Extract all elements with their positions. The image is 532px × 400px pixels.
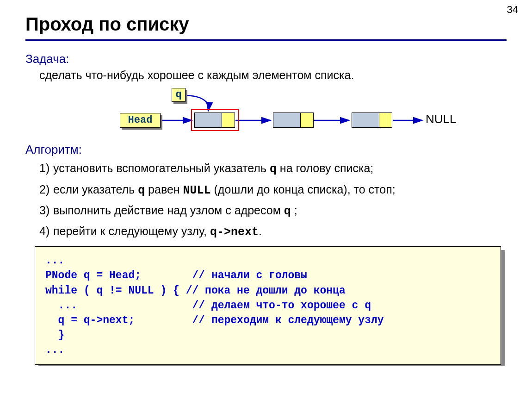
- step-text: перейти к следующему узлу,: [53, 225, 210, 238]
- node-next: [222, 112, 235, 128]
- step-text: .: [259, 225, 262, 238]
- step-text: установить вспомогательный указатель: [53, 162, 270, 175]
- page-title: Проход по списку: [25, 14, 507, 37]
- step-text: ;: [291, 204, 297, 217]
- code-line: ...: [45, 255, 64, 267]
- null-label: NULL: [426, 112, 456, 126]
- step-num: 1): [39, 160, 53, 176]
- step-num: 3): [39, 202, 53, 219]
- step-text: (дошли до конца списка), то стоп;: [211, 183, 396, 196]
- step-text: если указатель: [53, 183, 138, 196]
- task-text: сделать что-нибудь хорошее с каждым элем…: [39, 68, 507, 82]
- code-comment: // переходим к следующему узлу: [192, 314, 384, 326]
- code-line: PNode q = Head;: [45, 269, 141, 281]
- step-code: q: [138, 184, 145, 197]
- title-rule: [25, 39, 507, 41]
- code-line: ...: [45, 344, 64, 356]
- step-num: 2): [39, 181, 53, 198]
- linked-list-diagram: q Head NULL: [104, 87, 507, 138]
- list-node-1: [194, 112, 235, 128]
- list-node-3: [352, 112, 392, 128]
- page-number: 34: [507, 4, 518, 16]
- list-node-2: [273, 112, 314, 128]
- q-pointer-box: q: [172, 88, 186, 102]
- step-code: q: [270, 162, 277, 176]
- node-data: [352, 112, 379, 128]
- step-num: 4): [39, 223, 53, 239]
- step-text: равен: [145, 183, 183, 196]
- node-data: [194, 112, 222, 128]
- node-next: [379, 112, 392, 128]
- code-comment: // начали с головы: [192, 269, 307, 281]
- code-line: q = q->next;: [45, 314, 135, 326]
- step-4: 4)перейти к следующему узлу, q->next.: [39, 223, 507, 241]
- step-3: 3)выполнить действие над узлом с адресом…: [39, 202, 507, 220]
- algorithm-label: Алгоритм:: [25, 143, 507, 157]
- code-line: }: [45, 329, 64, 341]
- node-data: [273, 112, 301, 128]
- algorithm-steps: 1)установить вспомогательный указатель q…: [39, 160, 507, 241]
- code-line: while ( q != NULL ) {: [45, 285, 179, 297]
- step-code: q->next: [210, 225, 259, 239]
- step-code: NULL: [183, 184, 211, 197]
- code-line: ...: [45, 300, 77, 312]
- node-next: [301, 112, 314, 128]
- step-1: 1)установить вспомогательный указатель q…: [39, 160, 507, 178]
- code-comment: // делаем что-то хорошее с q: [192, 300, 371, 312]
- code-block: ... PNode q = Head; // начали с головы w…: [35, 246, 507, 364]
- task-label: Задача:: [25, 52, 507, 66]
- code-content: ... PNode q = Head; // начали с головы w…: [35, 246, 501, 364]
- head-box: Head: [120, 113, 161, 128]
- step-code: q: [284, 205, 291, 218]
- slide: Проход по списку Задача: сделать что-ниб…: [0, 0, 532, 374]
- code-comment: // пока не дошли до конца: [186, 285, 346, 297]
- step-2: 2)если указатель q равен NULL (дошли до …: [39, 181, 507, 199]
- step-text: выполнить действие над узлом с адресом: [53, 204, 284, 217]
- step-text: на голову списка;: [277, 162, 373, 175]
